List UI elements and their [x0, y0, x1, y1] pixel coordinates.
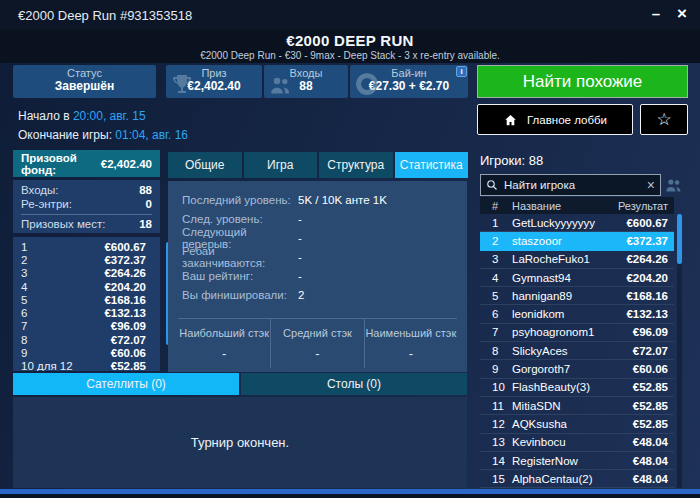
player-result: €52.85: [608, 400, 674, 412]
players-title-label: Игроки:: [480, 153, 525, 168]
info-tabs: Общие Игра Структура Статистика: [168, 152, 468, 178]
main-lobby-button[interactable]: Главное лобби: [477, 104, 633, 135]
payout-row: 1 €600.67: [21, 240, 146, 253]
prize-info-panel: Входы: 88 Ре-энтри: 0 Призовых мест: 18: [13, 180, 160, 233]
player-row[interactable]: 7 psyhoagronom1 €96.09: [480, 324, 674, 342]
payout-row: 9 €60.06: [21, 346, 146, 359]
players-scrollbar-thumb[interactable]: [677, 214, 682, 264]
player-result: €52.85: [608, 418, 674, 430]
payout-amount: €72.07: [111, 334, 146, 346]
player-search-input[interactable]: [504, 179, 647, 191]
player-result: €52.85: [608, 381, 674, 393]
payout-place: 4: [21, 281, 27, 293]
stack-column: Наименьший стэк -: [364, 319, 457, 368]
info-tab[interactable]: Игра: [244, 152, 318, 178]
favorite-button[interactable]: ☆: [640, 104, 688, 135]
status-value: Завершён: [13, 79, 156, 93]
payout-place: 1: [21, 241, 27, 253]
tournament-header: €2000 DEEP RUN €2000 Deep Run - €30 - 9m…: [0, 30, 700, 63]
player-row[interactable]: 1 GetLuckyyyyyyy €600.67: [480, 214, 674, 232]
player-name: Kevinbocu: [512, 436, 608, 448]
player-name: Gorgoroth7: [512, 363, 608, 375]
clear-search-icon[interactable]: ×: [647, 178, 655, 192]
buyin-box: i Бай-ин €27.30 + €2.70: [350, 65, 468, 98]
payout-amount: €52.85: [111, 360, 146, 371]
info-tab[interactable]: Структура: [319, 152, 393, 178]
info-icon[interactable]: i: [456, 66, 467, 77]
window-title: €2000 Deep Run #931353518: [18, 8, 192, 23]
tab-tables[interactable]: Столы (0): [241, 373, 467, 395]
player-row[interactable]: 10 FlashBeauty(3) €52.85: [480, 379, 674, 397]
player-row[interactable]: 13 Kevinbocu €48.04: [480, 434, 674, 452]
payout-amount: €168.16: [104, 294, 146, 306]
payout-row: 5 €168.16: [21, 293, 146, 306]
payout-place: 2: [21, 254, 27, 266]
player-result: €204.20: [608, 272, 674, 284]
player-name: hannigan89: [512, 290, 608, 302]
statistics-row: Ребаи заканчиваются: -: [168, 247, 467, 266]
player-row[interactable]: 11 MitiaSDN €52.85: [480, 397, 674, 415]
status-box: Статус Завершён: [13, 65, 156, 98]
statistic-value: -: [298, 232, 302, 244]
player-result: €600.67: [608, 217, 674, 229]
player-rank: 5: [480, 290, 512, 302]
friends-filter-icon[interactable]: [664, 176, 683, 194]
players-scrollbar[interactable]: [677, 214, 682, 488]
tab-satellites[interactable]: Сателлиты (0): [13, 373, 239, 395]
player-result: €132.13: [608, 308, 674, 320]
payout-row: 4 €204.20: [21, 280, 146, 293]
player-row[interactable]: 9 Gorgoroth7 €60.06: [480, 360, 674, 378]
player-rank: 14: [480, 455, 512, 467]
player-row[interactable]: 6 leonidkom €132.13: [480, 305, 674, 323]
player-name: GetLuckyyyyyyy: [512, 217, 608, 229]
statistic-value: -: [298, 270, 302, 282]
statistic-label: Ваш рейтинг:: [182, 270, 298, 282]
divider: [21, 214, 152, 215]
players-count: 88: [529, 153, 543, 168]
player-rank: 3: [480, 253, 512, 265]
player-row[interactable]: 4 Gymnast94 €204.20: [480, 269, 674, 287]
stack-value: -: [178, 346, 270, 361]
player-row[interactable]: 14 RegisterNow €48.04: [480, 452, 674, 470]
payout-place: 7: [21, 320, 27, 332]
tab-satellites-label: Сателлиты (0): [86, 377, 166, 391]
statistic-label: Вы финишировали:: [182, 289, 298, 301]
player-row[interactable]: 3 LaRocheFuko1 €264.26: [480, 251, 674, 269]
home-icon: [503, 113, 518, 127]
payout-row: 6 €132.13: [21, 306, 146, 319]
entries-count-label: Входы:: [21, 184, 58, 196]
player-result: €48.04: [608, 455, 674, 467]
player-name: MitiaSDN: [512, 400, 608, 412]
statistic-label: След. уровень:: [182, 213, 298, 225]
info-tab[interactable]: Общие: [168, 152, 242, 178]
player-row[interactable]: 2 staszooor €372.37: [480, 232, 674, 250]
player-rank: 4: [480, 272, 512, 284]
title-bar: €2000 Deep Run #931353518 – ×: [0, 0, 700, 30]
player-name: SlickyAces: [512, 345, 608, 357]
player-row[interactable]: 12 AQKsusha €52.85: [480, 415, 674, 433]
find-similar-button[interactable]: Найти похожие: [477, 65, 688, 98]
column-rank: #: [480, 200, 512, 212]
payout-row: 10 для 12 €52.85: [21, 360, 146, 371]
statistics-rows: Последний уровень: 5K / 10K анте 1K След…: [168, 181, 467, 304]
player-name: Gymnast94: [512, 272, 608, 284]
minimize-icon[interactable]: –: [644, 0, 668, 30]
player-rank: 13: [480, 436, 512, 448]
main-lobby-label: Главное лобби: [527, 114, 607, 126]
payout-amount: €600.67: [104, 241, 146, 253]
prize-pool-label: Призовой фонд:: [21, 152, 101, 176]
stack-label: Наибольший стэк: [178, 327, 270, 339]
star-icon: ☆: [656, 109, 671, 130]
payout-amount: €96.09: [111, 320, 146, 332]
close-icon[interactable]: ×: [670, 0, 694, 30]
statistics-row: Ваш рейтинг: -: [168, 266, 467, 285]
tournament-finished-message: Турнир окончен.: [191, 435, 289, 450]
player-name: FlashBeauty(3): [512, 381, 608, 393]
info-tab[interactable]: Статистика: [395, 152, 469, 178]
tournament-subtitle: €2000 Deep Run - €30 - 9max - Deep Stack…: [0, 50, 700, 61]
player-row[interactable]: 8 SlickyAces €72.07: [480, 342, 674, 360]
player-row[interactable]: 5 hannigan89 €168.16: [480, 287, 674, 305]
payout-amount: €372.37: [104, 254, 146, 266]
player-row[interactable]: 15 AlphaCentau(2) €48.04: [480, 470, 674, 488]
player-result: €72.07: [608, 345, 674, 357]
